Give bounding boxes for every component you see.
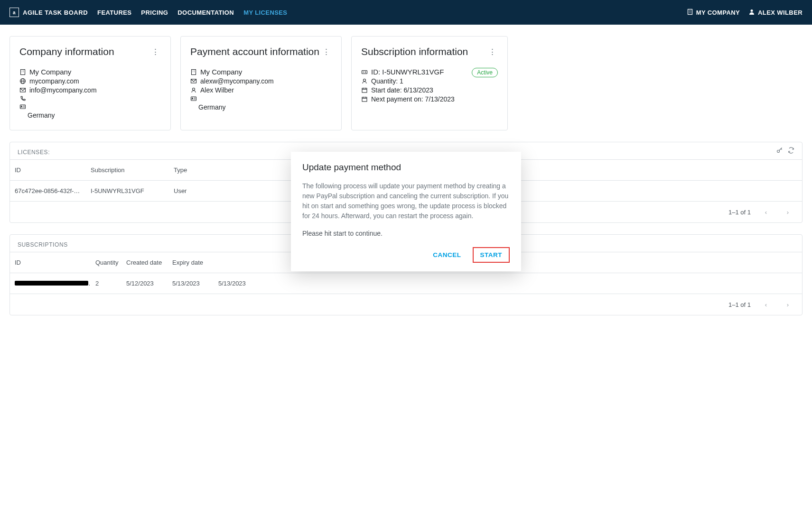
- building-icon: [19, 69, 26, 75]
- license-subscription-cell: I-5UNWYRL31VGF: [86, 187, 169, 194]
- payment-person: Alex Wilber: [200, 86, 234, 94]
- payment-card-menu[interactable]: ⋮: [320, 46, 332, 57]
- svg-rect-0: [688, 9, 692, 14]
- company-website: mycompany.com: [29, 77, 79, 85]
- svg-point-29: [192, 98, 193, 99]
- subscriptions-prev-page[interactable]: ‹: [759, 298, 773, 311]
- user-icon: [748, 9, 755, 17]
- subscription-expiry-cell: 5/13/2023: [168, 280, 214, 287]
- subscriptions-pagination-label: 1–1 of 1: [728, 301, 751, 308]
- subscription-quantity: Quantity: 1: [371, 77, 403, 85]
- subscription-card-title: Subscription information: [361, 46, 468, 57]
- id-card-icon: [361, 69, 368, 75]
- app-logo[interactable]: a AGILE TASK BOARD: [9, 8, 88, 17]
- payment-info-card: Payment account information ⋮ My Company…: [180, 36, 342, 130]
- company-name: My Company: [29, 68, 71, 76]
- svg-point-27: [193, 88, 195, 91]
- licenses-col-id[interactable]: ID: [10, 166, 86, 174]
- subscriptions-col-expiry[interactable]: Expiry date: [168, 259, 214, 266]
- svg-rect-32: [362, 70, 367, 74]
- payment-card-title: Payment account information: [190, 46, 319, 57]
- svg-point-18: [21, 106, 22, 107]
- license-id-cell: 67c472ee-0856-432f-babc...: [10, 187, 86, 194]
- company-email: info@mycompany.com: [29, 86, 97, 94]
- svg-rect-28: [191, 97, 196, 101]
- logo-label: AGILE TASK BOARD: [23, 9, 88, 16]
- svg-line-48: [781, 148, 782, 149]
- dialog-actions: CANCEL START: [302, 247, 510, 263]
- dialog-body-text: The following process will update your p…: [302, 182, 508, 220]
- subscriptions-col-quantity[interactable]: Quantity: [91, 259, 121, 266]
- nav-documentation[interactable]: DOCUMENTATION: [177, 9, 234, 16]
- header-left: a AGILE TASK BOARD FEATURES PRICING DOCU…: [9, 8, 287, 17]
- my-company-menu[interactable]: MY COMPANY: [687, 9, 740, 17]
- dialog-emphasis: Please hit start to continue.: [302, 229, 510, 239]
- licenses-next-page[interactable]: ›: [781, 205, 794, 219]
- company-country: Germany: [28, 111, 55, 119]
- subscriptions-col-id[interactable]: ID: [10, 259, 91, 266]
- payment-email: alexw@mycompany.com: [200, 77, 274, 85]
- envelope-icon: [190, 78, 197, 84]
- payment-country: Germany: [198, 103, 226, 111]
- my-company-label: MY COMPANY: [696, 9, 740, 16]
- payment-company-name: My Company: [200, 68, 242, 76]
- calendar-icon: [361, 87, 368, 93]
- subscription-info-card: Subscription information ⋮ ID: I-5UNWYRL…: [351, 36, 508, 130]
- svg-rect-17: [20, 105, 26, 109]
- licenses-pagination-label: 1–1 of 1: [728, 209, 751, 216]
- svg-point-7: [751, 9, 753, 12]
- licenses-col-subscription[interactable]: Subscription: [86, 166, 169, 174]
- phone-icon: [19, 95, 26, 102]
- nav-my-licenses[interactable]: MY LICENSES: [243, 9, 287, 16]
- licenses-label: LICENSES:: [10, 142, 57, 159]
- subscription-next-cell: 5/13/2023: [214, 280, 285, 287]
- building-icon: [687, 9, 693, 17]
- building-icon: [190, 69, 197, 75]
- dialog-title: Update payment method: [302, 162, 510, 173]
- company-card-menu[interactable]: ⋮: [149, 46, 161, 57]
- redacted-id: [15, 281, 88, 286]
- subscription-id: ID: I-5UNWYRL31VGF: [371, 68, 444, 76]
- license-type-cell: User: [169, 187, 212, 194]
- licenses-prev-page[interactable]: ‹: [759, 205, 773, 219]
- dialog-body: The following process will update your p…: [302, 181, 510, 239]
- calendar-icon: [361, 96, 368, 102]
- app-header: a AGILE TASK BOARD FEATURES PRICING DOCU…: [0, 0, 812, 25]
- status-badge: Active: [472, 68, 498, 77]
- person-icon: [361, 78, 368, 84]
- user-menu[interactable]: ALEX WILBER: [748, 9, 803, 17]
- nav-pricing[interactable]: PRICING: [141, 9, 168, 16]
- start-button[interactable]: START: [473, 247, 510, 263]
- person-icon: [190, 87, 197, 93]
- cancel-button[interactable]: CANCEL: [426, 247, 467, 263]
- svg-rect-21: [192, 69, 196, 74]
- table-row[interactable]: 2 5/12/2023 5/13/2023 5/13/2023: [10, 273, 802, 294]
- subscription-next: Next payment on: 7/13/2023: [371, 95, 455, 103]
- svg-point-37: [364, 79, 366, 82]
- subscription-card-menu[interactable]: ⋮: [486, 46, 498, 57]
- user-label: ALEX WILBER: [758, 9, 803, 16]
- info-cards-row: Company information ⋮ My Company mycompa…: [9, 36, 803, 130]
- refresh-icon[interactable]: [788, 147, 794, 155]
- svg-rect-38: [362, 88, 367, 92]
- subscriptions-next-page[interactable]: ›: [781, 298, 794, 311]
- header-right: MY COMPANY ALEX WILBER: [687, 9, 803, 17]
- company-card-title: Company information: [19, 46, 114, 57]
- subscriptions-col-created[interactable]: Created date: [121, 259, 168, 266]
- svg-rect-42: [362, 97, 367, 101]
- address-icon: [19, 103, 26, 110]
- company-info-card: Company information ⋮ My Company mycompa…: [9, 36, 171, 130]
- update-payment-dialog: Update payment method The following proc…: [291, 152, 521, 271]
- globe-icon: [19, 78, 26, 84]
- subscription-start: Start date: 6/13/2023: [371, 86, 433, 94]
- svg-rect-8: [21, 69, 25, 74]
- subscription-created-cell: 5/12/2023: [121, 280, 168, 287]
- subscription-qty-cell: 2: [91, 280, 121, 287]
- subscription-id-cell: [10, 280, 91, 287]
- svg-point-46: [777, 150, 780, 152]
- address-icon: [190, 95, 197, 102]
- nav-features[interactable]: FEATURES: [97, 9, 131, 16]
- logo-icon: a: [9, 8, 19, 17]
- licenses-col-type[interactable]: Type: [169, 166, 212, 174]
- key-icon[interactable]: [776, 147, 783, 155]
